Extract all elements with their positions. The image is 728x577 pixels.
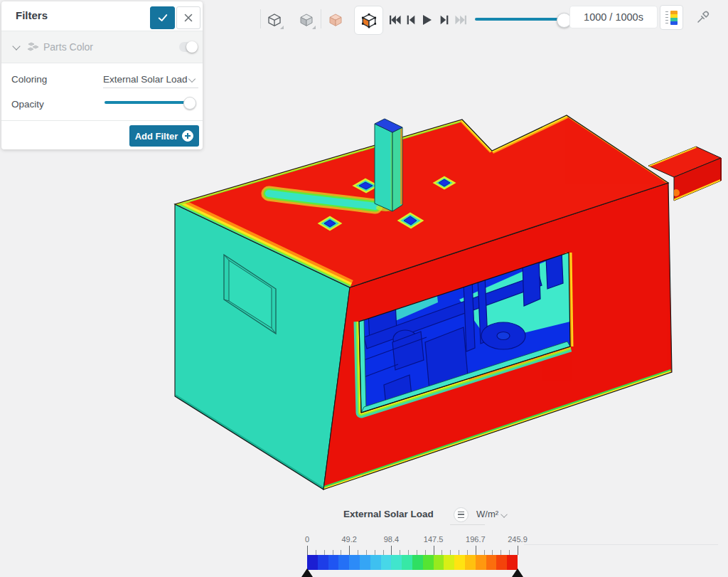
colorbar-tick-label: 49.2: [341, 535, 356, 544]
toolbar-separator: [260, 9, 261, 28]
unit-divider: [450, 524, 485, 525]
colorbar-tick: [391, 546, 392, 555]
chevron-down-icon[interactable]: [188, 75, 196, 83]
colorbar-tick: [307, 546, 308, 555]
colorbar-segment: [496, 555, 507, 570]
legend-field-label: External Solar Load: [343, 509, 434, 519]
colorbar-tick: [341, 550, 341, 555]
legend-menu-button[interactable]: [454, 507, 469, 522]
colorbar-segment: [360, 555, 370, 570]
parts-color-section-header[interactable]: Parts Color: [1, 31, 203, 63]
timeline-slider[interactable]: [475, 18, 569, 21]
skip-to-end-button[interactable]: [454, 14, 468, 26]
close-icon: [184, 14, 193, 22]
colorbar-segment: [307, 555, 318, 570]
colorbar-tick: [400, 550, 400, 555]
model-chimney[interactable]: [375, 119, 402, 211]
colorbar-ticks: [307, 545, 518, 555]
colorbar-tick-label: 98.4: [384, 535, 399, 544]
parts-color-toggle[interactable]: [179, 42, 198, 52]
legend-unit-dropdown[interactable]: W/m²: [476, 509, 498, 519]
transparent-view-button[interactable]: [326, 10, 346, 30]
time-display-field[interactable]: 1000 / 1000s: [569, 6, 658, 28]
wireframe-view-button[interactable]: [264, 10, 284, 30]
step-forward-button[interactable]: [439, 14, 449, 26]
skip-to-start-button[interactable]: [388, 14, 402, 26]
colorbar-tick-labels: 049.298.4147.5196.7245.9: [307, 535, 518, 544]
colorbar-tick: [383, 550, 384, 555]
colorbar-segment: [402, 555, 412, 570]
colorbar-tick: [358, 550, 358, 555]
colorbar-tick: [476, 546, 476, 555]
probe-eyedropper-button[interactable]: [695, 9, 711, 25]
colorbar-tick-label: 196.7: [466, 535, 486, 544]
colorbar-segment: [328, 555, 339, 570]
add-filter-button[interactable]: Add Filter: [129, 125, 199, 147]
parts-color-settings: Coloring External Solar Load Opacity: [1, 63, 203, 121]
colorbar-segment: [338, 555, 349, 570]
parts-color-label: Parts Color: [43, 41, 93, 53]
legend-ticks-glyph: [665, 11, 668, 24]
filters-panel-header: Filters: [1, 1, 203, 31]
legend-side-line: [524, 544, 718, 545]
transparent-cube-icon: [328, 12, 343, 28]
chevron-down-icon[interactable]: [12, 42, 20, 50]
colorbar[interactable]: [307, 555, 518, 570]
colorbar-segment: [434, 555, 444, 570]
viewer-app: 1000 / 1000s Filters: [0, 0, 728, 577]
colorbar-tick: [484, 550, 485, 555]
colorbar-tick: [467, 550, 468, 555]
colorbar-min-handle[interactable]: [301, 568, 313, 577]
colorbar-tick: [324, 550, 325, 555]
colorbar-tick-label: 0: [305, 535, 309, 544]
colorbar-tick: [500, 550, 501, 555]
coloring-dropdown[interactable]: External Solar Load: [103, 74, 187, 85]
colorbar-segment: [349, 555, 360, 570]
play-button[interactable]: [422, 14, 432, 26]
solid-view-button[interactable]: [296, 10, 316, 30]
colorbar-max-handle[interactable]: [512, 568, 523, 577]
colorbar-tick: [333, 550, 333, 555]
selection-cube-icon: [360, 12, 378, 29]
parts-color-icon: [27, 41, 40, 53]
dropdown-underline: [103, 88, 198, 88]
selection-view-button[interactable]: [354, 6, 383, 35]
colorbar-tick: [425, 550, 426, 555]
colorbar-segment: [507, 555, 518, 570]
filters-panel: Filters Parts Color Col: [1, 1, 203, 149]
colorbar-segment: [370, 555, 381, 570]
toggle-knob[interactable]: [186, 41, 198, 53]
colorbar-segment: [486, 555, 497, 570]
add-filter-label: Add Filter: [135, 131, 178, 142]
step-back-button[interactable]: [406, 14, 416, 26]
coloring-label: Coloring: [11, 74, 47, 85]
menu-icon: [458, 512, 464, 518]
colorbar-tick: [375, 550, 375, 555]
colorbar-segment: [391, 555, 402, 570]
dropdown-corner-icon: [280, 26, 284, 29]
colorbar-segment: [318, 555, 328, 570]
colorbar-segment: [465, 555, 476, 570]
colorbar-tick: [492, 550, 493, 555]
colorbar-segment: [381, 555, 392, 570]
colorbar-tick: [349, 546, 350, 555]
opacity-slider[interactable]: [105, 101, 188, 104]
colorbar-tick: [509, 550, 510, 555]
colorbar-tick: [459, 550, 459, 555]
close-filters-button[interactable]: [176, 6, 200, 29]
toolbar-separator: [321, 9, 321, 28]
colorbar-tick: [518, 546, 518, 555]
colorbar-tick: [417, 550, 417, 555]
colorbar-segment: [423, 555, 434, 570]
colorbar-tick-label: 147.5: [424, 535, 444, 544]
opacity-label: Opacity: [11, 99, 44, 110]
check-icon: [157, 13, 168, 23]
colorbar-segment: [444, 555, 454, 570]
colorbar-tick: [316, 550, 316, 555]
colorbar-tick: [441, 550, 442, 555]
colorbar-tick: [408, 550, 409, 555]
legend-toggle-button[interactable]: [660, 5, 683, 30]
apply-filters-button[interactable]: [150, 6, 175, 29]
filters-title: Filters: [16, 9, 48, 21]
opacity-slider-handle[interactable]: [183, 97, 196, 110]
